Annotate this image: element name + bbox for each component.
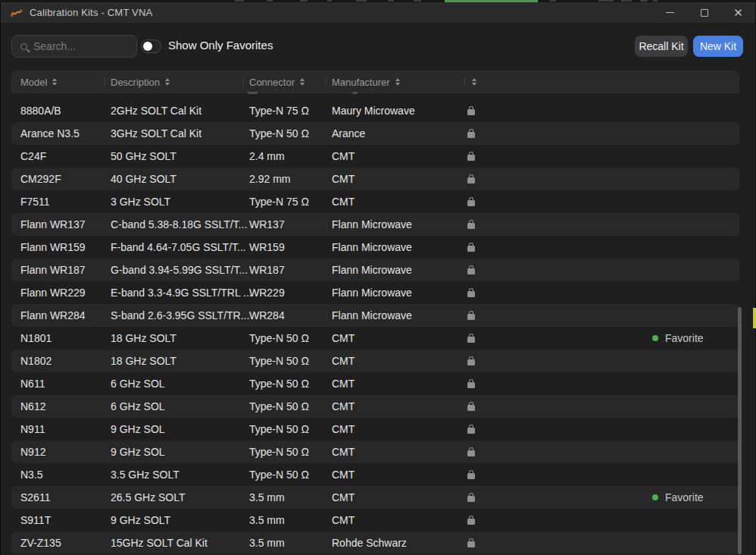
table-row[interactable]: N6116 GHz SOLType-N 50 ΩCMT [11, 372, 739, 395]
minimize-button[interactable] [653, 2, 687, 23]
cell-lock [464, 350, 479, 372]
cell-description: S-band 2.6-3.95G SSLT/TR... [111, 304, 249, 327]
cell-connector: 3.5 mm [249, 486, 285, 509]
cell-lock [464, 441, 479, 463]
favorite-label: Favorite [665, 332, 704, 344]
table-row[interactable]: C24F50 GHz SOLT2.4 mmCMT [11, 145, 739, 168]
cell-connector: WR187 [249, 259, 285, 281]
cell-description: 18 GHz SOLT [111, 327, 177, 350]
header-divider [326, 77, 326, 87]
cell-model: CM292F [20, 168, 61, 190]
table-row[interactable]: ZV-Z13515GHz SOLT Cal Kit3.5 mmRohde Sch… [11, 531, 739, 554]
app-window: Calibration Kits - CMT VNA ✕ Show Only F… [0, 2, 756, 555]
cell-lock [464, 486, 479, 509]
vertical-scrollbar-thumb[interactable] [738, 307, 742, 554]
cell-lock [464, 168, 479, 190]
cell-model: N1801 [20, 327, 52, 350]
search-input[interactable] [33, 40, 124, 52]
cell-manufacturer: CMT [332, 350, 355, 372]
padlock-icon [467, 334, 475, 343]
table-row[interactable]: F75113 GHz SOLTType-N 75 ΩCMT [11, 190, 739, 213]
maximize-button[interactable] [687, 2, 721, 23]
cell-manufacturer: Flann Microwave [332, 304, 412, 327]
cell-lock [464, 99, 479, 122]
cell-connector: Type-N 75 Ω [249, 99, 309, 122]
table-row[interactable]: N6126 GHz SOLType-N 50 ΩCMT [11, 395, 739, 418]
table-row[interactable]: S261126.5 GHz SOLT3.5 mmCMTFavorite [11, 486, 739, 509]
cell-model: Flann WR229 [20, 281, 86, 304]
cell-description: 3GHz SOLT Cal Kit [111, 122, 201, 145]
table-row[interactable]: Flann WR159F-band 4.64-7.05G SSLT/T...WR… [11, 236, 739, 259]
cell-connector: 3.5 mm [249, 509, 285, 531]
kit-table-body: 8880A/B2GHz SOLT Cal KitType-N 75 ΩMaury… [11, 99, 739, 554]
cell-lock [464, 145, 479, 168]
cell-description: E-band 3.3-4.9G SSLT/TRL ... [111, 281, 252, 304]
sort-icon [395, 78, 400, 86]
sort-icon [52, 78, 57, 86]
cell-description: 40 GHz SOLT [111, 168, 177, 190]
cell-lock [464, 327, 479, 350]
sort-icon [300, 78, 305, 86]
cell-manufacturer: Flann Microwave [332, 213, 412, 236]
column-header-description[interactable]: Description [111, 71, 170, 93]
table-row[interactable]: CM292F40 GHz SOLT2.92 mmCMT [11, 168, 739, 190]
column-header-lock[interactable] [472, 71, 476, 93]
cell-model: C24F [20, 145, 46, 168]
column-header-manufacturer[interactable]: Manufacturer [332, 71, 400, 93]
cell-description: 50 GHz SOLT [111, 145, 177, 168]
cell-model: N912 [20, 441, 45, 463]
cell-manufacturer: CMT [332, 145, 355, 168]
cell-connector: Type-N 50 Ω [249, 327, 309, 350]
table-row[interactable]: Flann WR229E-band 3.3-4.9G SSLT/TRL ...W… [11, 281, 739, 304]
table-row[interactable]: Flann WR187G-band 3.94-5.99G SSLT/T...WR… [11, 259, 739, 281]
partial-row-artifact [248, 92, 258, 94]
cell-lock [464, 236, 479, 259]
favorite-dot-icon [652, 335, 658, 341]
favorites-toggle[interactable] [141, 39, 161, 53]
table-row[interactable]: Arance N3.53GHz SOLT Cal KitType-N 50 ΩA… [11, 122, 739, 145]
table-row[interactable]: N180218 GHz SOLTType-N 50 ΩCMT [11, 350, 739, 372]
column-header-connector[interactable]: Connector [249, 71, 305, 93]
table-row[interactable]: 8880A/B2GHz SOLT Cal KitType-N 75 ΩMaury… [11, 99, 739, 122]
close-button[interactable]: ✕ [721, 2, 755, 23]
table-row[interactable]: N3.53.5 GHz SOLTType-N 50 ΩCMT [11, 463, 739, 486]
cell-manufacturer: CMT [332, 486, 355, 509]
cell-description: 9 GHz SOL [111, 441, 165, 463]
window-title: Calibration Kits - CMT VNA [30, 7, 152, 18]
cell-connector: Type-N 50 Ω [249, 418, 309, 441]
title-bar[interactable]: Calibration Kits - CMT VNA ✕ [1, 2, 755, 23]
search-box[interactable] [11, 35, 137, 58]
cell-connector: 3.5 mm [249, 531, 285, 554]
padlock-icon [467, 197, 475, 206]
cell-manufacturer: Flann Microwave [332, 281, 412, 304]
cell-lock [464, 259, 479, 281]
close-icon: ✕ [733, 7, 743, 18]
cell-connector: WR284 [249, 304, 285, 327]
new-kit-button[interactable]: New Kit [693, 36, 743, 57]
favorite-label: Favorite [665, 491, 704, 503]
cell-manufacturer: Maury Microwave [332, 99, 415, 122]
cell-manufacturer: CMT [332, 168, 355, 190]
cell-connector: Type-N 75 Ω [249, 190, 309, 213]
cell-description: 9 GHz SOLT [111, 509, 170, 531]
table-row[interactable]: N9129 GHz SOLType-N 50 ΩCMT [11, 441, 739, 463]
cell-lock [464, 531, 479, 554]
padlock-icon [467, 493, 475, 502]
cell-manufacturer: Flann Microwave [332, 236, 412, 259]
cell-description: 15GHz SOLT Cal Kit [111, 531, 208, 554]
cell-manufacturer: Arance [332, 122, 365, 145]
favorite-badge: Favorite [652, 327, 704, 350]
padlock-icon [467, 288, 475, 297]
cell-model: Flann WR187 [20, 259, 86, 281]
padlock-icon [467, 311, 475, 320]
table-row[interactable]: S911T9 GHz SOLT3.5 mmCMT [11, 509, 739, 531]
table-row[interactable]: N9119 GHz SOLType-N 50 ΩCMT [11, 418, 739, 441]
table-row[interactable]: N180118 GHz SOLTType-N 50 ΩCMTFavorite [11, 327, 739, 350]
table-row[interactable]: Flann WR137C-band 5.38-8.18G SSLT/T...WR… [11, 213, 739, 236]
cell-manufacturer: CMT [332, 395, 355, 418]
cell-connector: WR137 [249, 213, 285, 236]
column-header-model[interactable]: Model [20, 71, 57, 93]
cell-model: 8880A/B [20, 99, 61, 122]
recall-kit-button[interactable]: Recall Kit [635, 36, 688, 57]
table-row[interactable]: Flann WR284S-band 2.6-3.95G SSLT/TR...WR… [11, 304, 739, 327]
